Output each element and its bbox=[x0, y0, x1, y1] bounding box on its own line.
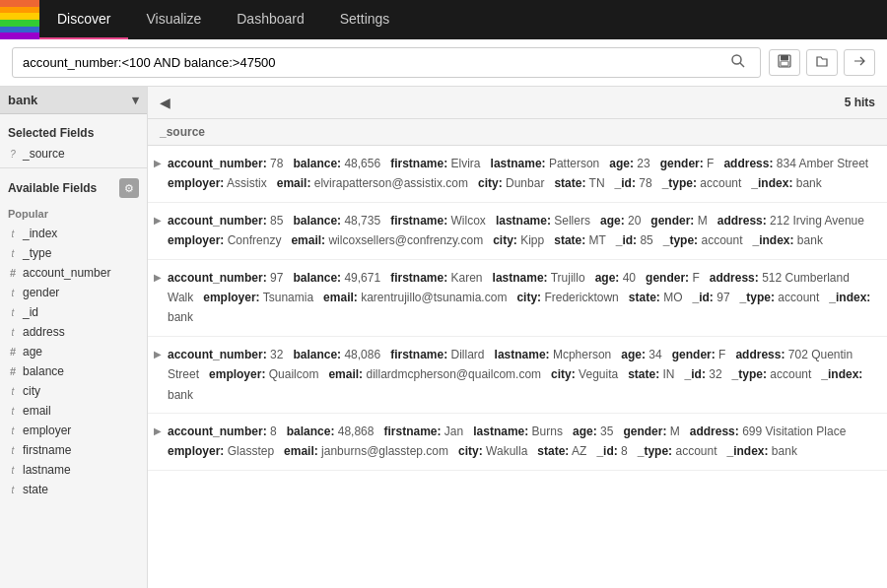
field-type-t-icon: t bbox=[8, 465, 18, 476]
field-label: account_number: bbox=[168, 157, 267, 170]
expand-row-button[interactable]: ▶ bbox=[148, 414, 168, 470]
field-label: state: bbox=[537, 444, 569, 458]
field-value: 49,671 bbox=[344, 271, 380, 285]
field-lastname-label: lastname bbox=[23, 463, 71, 477]
field-label: age: bbox=[609, 157, 634, 170]
field-index-label: _index bbox=[23, 227, 57, 240]
gear-button[interactable]: ⚙ bbox=[119, 178, 139, 198]
sidebar-item-balance[interactable]: # balance bbox=[0, 361, 147, 381]
sidebar-item-email[interactable]: t email bbox=[0, 401, 147, 421]
table-row: ▶ account_number: 8 balance: 48,868 firs… bbox=[148, 414, 887, 471]
column-header: _source bbox=[148, 119, 887, 146]
index-selector[interactable]: bank ▾ bbox=[0, 87, 147, 114]
sidebar-item-employer[interactable]: t employer bbox=[0, 421, 147, 440]
field-value: 78 bbox=[639, 176, 651, 190]
tab-visualize[interactable]: Visualize bbox=[128, 0, 219, 39]
field-label: balance: bbox=[287, 425, 335, 438]
top-navigation: Discover Visualize Dashboard Settings bbox=[0, 0, 887, 39]
sidebar-item-firstname[interactable]: t firstname bbox=[0, 440, 147, 460]
field-value: Glasstep bbox=[228, 444, 274, 458]
search-button[interactable] bbox=[726, 53, 750, 72]
expand-row-button[interactable]: ▶ bbox=[148, 260, 168, 336]
field-label: employer: bbox=[203, 291, 259, 304]
field-label: city: bbox=[458, 444, 483, 458]
tab-dashboard[interactable]: Dashboard bbox=[219, 0, 322, 39]
field-gender-label: gender bbox=[23, 286, 59, 299]
field-label: _id: bbox=[685, 367, 706, 381]
tab-discover[interactable]: Discover bbox=[39, 0, 128, 39]
sidebar-item-index[interactable]: t _index bbox=[0, 224, 147, 243]
content-header: ◀ 5 hits bbox=[148, 87, 887, 119]
field-label: lastname: bbox=[493, 271, 548, 285]
field-type-t-icon: t bbox=[8, 445, 18, 456]
field-address-label: address bbox=[23, 325, 65, 339]
field-label: address: bbox=[723, 157, 773, 170]
svg-rect-3 bbox=[781, 55, 788, 60]
main-layout: bank ▾ Selected Fields ? _source Availab… bbox=[0, 87, 887, 588]
svg-point-0 bbox=[732, 55, 741, 64]
sidebar-item-account-number[interactable]: # account_number bbox=[0, 263, 147, 283]
collapse-sidebar-button[interactable]: ◀ bbox=[160, 95, 171, 110]
sidebar-item-city[interactable]: t city bbox=[0, 381, 147, 401]
field-label: age: bbox=[621, 348, 646, 361]
field-label: lastname: bbox=[491, 157, 546, 170]
field-label: employer: bbox=[209, 367, 265, 381]
load-search-button[interactable] bbox=[806, 49, 838, 76]
field-value: 48,086 bbox=[344, 348, 380, 361]
field-email-label: email bbox=[23, 404, 51, 418]
field-value: 40 bbox=[623, 271, 636, 285]
field-label: firstname: bbox=[390, 271, 447, 285]
field-label: balance: bbox=[293, 348, 341, 361]
field-label: email: bbox=[328, 367, 363, 381]
field-value: M bbox=[698, 214, 708, 228]
field-id-label: _id bbox=[23, 305, 38, 319]
sidebar-item-id[interactable]: t _id bbox=[0, 302, 147, 322]
dropdown-arrow-icon: ▾ bbox=[132, 93, 139, 107]
sidebar-item-age[interactable]: # age bbox=[0, 342, 147, 361]
field-value: wilcoxsellers@confrenzy.com bbox=[328, 233, 483, 247]
field-label: firstname: bbox=[390, 157, 447, 170]
sidebar-item-lastname[interactable]: t lastname bbox=[0, 460, 147, 480]
share-icon bbox=[853, 54, 866, 68]
sidebar-item-state[interactable]: t state bbox=[0, 480, 147, 499]
logo-stripe-4 bbox=[0, 20, 39, 27]
field-value: account bbox=[770, 367, 811, 381]
field-value: Sellers bbox=[554, 214, 590, 228]
expand-row-button[interactable]: ▶ bbox=[148, 146, 168, 202]
field-label: _type: bbox=[662, 176, 697, 190]
logo-stripe-1 bbox=[0, 0, 39, 7]
field-value: bank bbox=[168, 310, 193, 324]
field-label: balance: bbox=[293, 214, 341, 228]
expand-row-button[interactable]: ▶ bbox=[148, 337, 168, 413]
field-label: city: bbox=[516, 291, 541, 304]
field-value: Tsunamia bbox=[263, 291, 313, 304]
field-value: F bbox=[707, 157, 714, 170]
field-age-label: age bbox=[23, 345, 42, 359]
field-city-label: city bbox=[23, 384, 40, 398]
search-input-wrapper bbox=[12, 47, 761, 78]
field-label: city: bbox=[478, 176, 503, 190]
sidebar-field-source[interactable]: ? _source bbox=[0, 144, 147, 163]
field-value: Mcpherson bbox=[553, 348, 611, 361]
field-value: Burns bbox=[532, 425, 563, 438]
field-value: Kipp bbox=[520, 233, 544, 247]
field-value: 834 Amber Street bbox=[777, 157, 868, 170]
field-value: 35 bbox=[600, 425, 613, 438]
field-label: firstname: bbox=[383, 425, 441, 438]
field-label: account_number: bbox=[168, 214, 267, 228]
save-search-button[interactable] bbox=[769, 49, 800, 76]
field-value: TN bbox=[589, 176, 605, 190]
field-label: _type: bbox=[740, 291, 775, 304]
share-button[interactable] bbox=[844, 49, 875, 76]
field-label: account_number: bbox=[168, 348, 267, 361]
sidebar-item-gender[interactable]: t gender bbox=[0, 283, 147, 302]
field-type-t-icon: t bbox=[8, 425, 18, 436]
expand-row-button[interactable]: ▶ bbox=[148, 203, 168, 259]
field-label: _type: bbox=[663, 233, 698, 247]
search-input[interactable] bbox=[23, 55, 726, 70]
sidebar-item-type[interactable]: t _type bbox=[0, 243, 147, 263]
popular-label: Popular bbox=[0, 204, 147, 224]
field-value: 8 bbox=[270, 425, 277, 438]
tab-settings[interactable]: Settings bbox=[322, 0, 408, 39]
sidebar-item-address[interactable]: t address bbox=[0, 322, 147, 342]
